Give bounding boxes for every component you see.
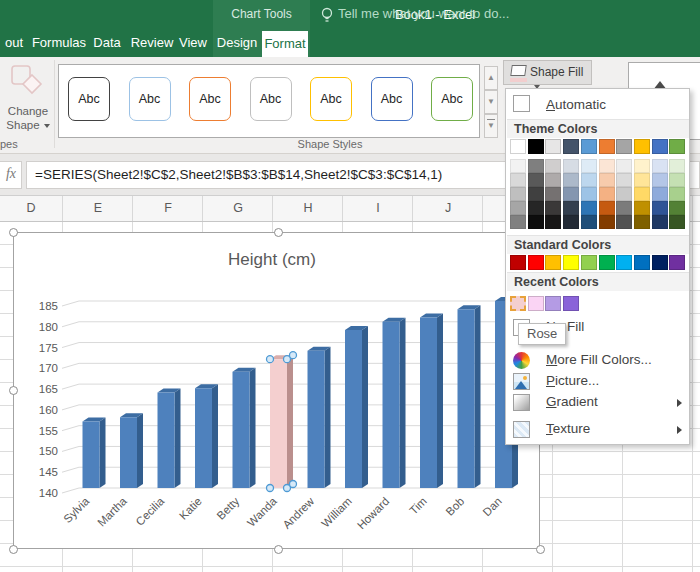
theme-tint-swatch[interactable] bbox=[616, 187, 632, 201]
theme-tint-swatch[interactable] bbox=[599, 173, 615, 187]
bar-william[interactable] bbox=[345, 326, 368, 488]
theme-tint-swatch[interactable] bbox=[528, 215, 544, 229]
chart-handle[interactable] bbox=[9, 228, 18, 237]
bar-wanda[interactable] bbox=[267, 352, 297, 492]
shape-style-3[interactable]: Abc bbox=[189, 77, 231, 121]
theme-tint-swatch[interactable] bbox=[634, 159, 650, 173]
menu-item-automatic[interactable]: Automatic bbox=[546, 97, 606, 112]
theme-color-swatch[interactable] bbox=[545, 139, 561, 154]
tab-view[interactable]: View bbox=[172, 29, 214, 57]
theme-tint-swatch[interactable] bbox=[563, 159, 579, 173]
tab-formulas[interactable]: Formulas bbox=[28, 29, 90, 57]
theme-tint-swatch[interactable] bbox=[652, 173, 668, 187]
shape-style-4[interactable]: Abc bbox=[250, 77, 292, 121]
theme-tint-swatch[interactable] bbox=[599, 187, 615, 201]
theme-tint-swatch[interactable] bbox=[634, 173, 650, 187]
theme-tint-swatch[interactable] bbox=[545, 159, 561, 173]
theme-tint-swatch[interactable] bbox=[652, 215, 668, 229]
standard-color-swatch[interactable] bbox=[545, 255, 561, 270]
chart-handle[interactable] bbox=[9, 545, 18, 554]
theme-tint-swatch[interactable] bbox=[669, 173, 685, 187]
standard-color-swatch[interactable] bbox=[599, 255, 615, 270]
bar-selection-handle[interactable] bbox=[267, 485, 274, 492]
theme-tint-swatch[interactable] bbox=[634, 187, 650, 201]
bar-betty[interactable] bbox=[233, 368, 256, 488]
theme-tint-swatch[interactable] bbox=[563, 173, 579, 187]
theme-tint-swatch[interactable] bbox=[563, 215, 579, 229]
theme-color-swatch[interactable] bbox=[528, 139, 544, 154]
bar-bob[interactable] bbox=[458, 305, 481, 488]
bar-selection-handle[interactable] bbox=[290, 481, 297, 488]
theme-tint-swatch[interactable] bbox=[563, 187, 579, 201]
column-header-h[interactable]: H bbox=[293, 201, 323, 215]
bar-tim[interactable] bbox=[420, 314, 443, 488]
shape-style-5[interactable]: Abc bbox=[310, 77, 352, 121]
column-header-i[interactable]: I bbox=[363, 201, 393, 215]
theme-tint-swatch[interactable] bbox=[669, 159, 685, 173]
theme-tint-swatch[interactable] bbox=[669, 187, 685, 201]
standard-color-swatch[interactable] bbox=[563, 255, 579, 270]
theme-tint-swatch[interactable] bbox=[616, 159, 632, 173]
theme-tint-swatch[interactable] bbox=[528, 159, 544, 173]
theme-tint-swatch[interactable] bbox=[510, 215, 526, 229]
theme-tint-swatch[interactable] bbox=[581, 159, 597, 173]
recent-color-swatch[interactable] bbox=[563, 296, 579, 311]
recent-color-swatch-selected[interactable] bbox=[510, 296, 526, 311]
recent-color-swatch[interactable] bbox=[528, 296, 544, 311]
theme-tint-swatch[interactable] bbox=[599, 201, 615, 215]
menu-item-gradient[interactable]: Gradient bbox=[506, 392, 691, 414]
theme-tint-swatch[interactable] bbox=[545, 215, 561, 229]
tell-me-box[interactable]: Tell me what you want to do... bbox=[338, 0, 509, 28]
theme-color-swatch[interactable] bbox=[581, 139, 597, 154]
gallery-scroll-down-button[interactable]: ▼ bbox=[484, 90, 498, 114]
menu-item-texture[interactable]: Texture bbox=[506, 419, 691, 441]
change-shape-button[interactable]: Change bbox=[0, 105, 56, 117]
chart-title[interactable]: Height (cm) bbox=[228, 250, 316, 269]
chart-handle[interactable] bbox=[536, 545, 545, 554]
theme-color-swatch[interactable] bbox=[634, 139, 650, 154]
theme-tint-swatch[interactable] bbox=[599, 159, 615, 173]
column-header-f[interactable]: F bbox=[153, 201, 183, 215]
shape-fill-button[interactable]: Shape Fill bbox=[503, 60, 592, 85]
theme-tint-swatch[interactable] bbox=[581, 173, 597, 187]
theme-color-swatch[interactable] bbox=[616, 139, 632, 154]
chart-handle[interactable] bbox=[274, 545, 283, 554]
theme-tint-swatch[interactable] bbox=[545, 173, 561, 187]
theme-tint-swatch[interactable] bbox=[652, 159, 668, 173]
theme-tint-swatch[interactable] bbox=[616, 215, 632, 229]
column-header-d[interactable]: D bbox=[16, 201, 46, 215]
shape-style-6[interactable]: Abc bbox=[371, 77, 413, 121]
bar-sylvia[interactable] bbox=[83, 418, 106, 488]
bar-selection-handle[interactable] bbox=[290, 352, 297, 359]
theme-tint-swatch[interactable] bbox=[599, 215, 615, 229]
insert-function-button[interactable]: fx bbox=[0, 161, 22, 189]
bar-cecilia[interactable] bbox=[158, 388, 181, 488]
bar-andrew[interactable] bbox=[308, 347, 331, 488]
theme-color-swatch[interactable] bbox=[563, 139, 579, 154]
theme-tint-swatch[interactable] bbox=[510, 159, 526, 173]
bar-martha[interactable] bbox=[120, 413, 143, 488]
chart-handle[interactable] bbox=[274, 228, 283, 237]
recent-color-swatch[interactable] bbox=[545, 296, 561, 311]
standard-color-swatch[interactable] bbox=[528, 255, 544, 270]
theme-color-swatch[interactable] bbox=[652, 139, 668, 154]
theme-tint-swatch[interactable] bbox=[510, 173, 526, 187]
theme-color-swatch[interactable] bbox=[510, 139, 526, 154]
tab-design[interactable]: Design bbox=[214, 29, 260, 57]
standard-color-swatch[interactable] bbox=[616, 255, 632, 270]
bar-howard[interactable] bbox=[383, 318, 406, 488]
standard-color-swatch[interactable] bbox=[634, 255, 650, 270]
theme-tint-swatch[interactable] bbox=[634, 201, 650, 215]
shape-style-2[interactable]: Abc bbox=[129, 77, 171, 121]
theme-tint-swatch[interactable] bbox=[545, 187, 561, 201]
theme-color-swatch[interactable] bbox=[599, 139, 615, 154]
theme-tint-swatch[interactable] bbox=[616, 201, 632, 215]
tab-data[interactable]: Data bbox=[88, 29, 126, 57]
theme-tint-swatch[interactable] bbox=[669, 215, 685, 229]
gallery-scroll-up-button[interactable]: ▲ bbox=[484, 66, 498, 90]
automatic-color-swatch[interactable] bbox=[513, 95, 530, 112]
tab-format[interactable]: Format bbox=[262, 31, 308, 57]
theme-tint-swatch[interactable] bbox=[581, 187, 597, 201]
standard-color-swatch[interactable] bbox=[652, 255, 668, 270]
menu-item-picture[interactable]: Picture... bbox=[506, 371, 691, 393]
